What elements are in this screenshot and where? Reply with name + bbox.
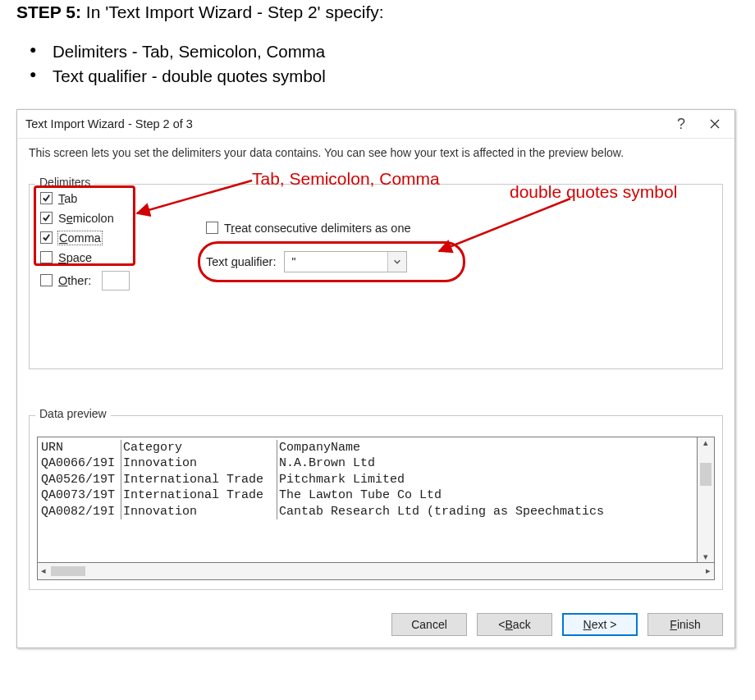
checkbox-semicolon[interactable]: Semicolon: [40, 212, 130, 225]
cancel-button[interactable]: Cancel: [391, 613, 467, 636]
bullet-1: Delimiters - Tab, Semicolon, Comma: [30, 42, 739, 62]
scroll-left-icon: ◂: [41, 565, 46, 576]
step-line: STEP 5: In 'Text Import Wizard - Step 2'…: [16, 2, 739, 22]
text-import-wizard-dialog: Text Import Wizard - Step 2 of 3 ? This …: [16, 109, 735, 648]
delimiters-legend: Delimiters: [35, 176, 94, 189]
checkbox-other[interactable]: Other:: [40, 271, 130, 291]
preview-vertical-scrollbar[interactable]: ▴ ▾: [698, 437, 715, 563]
close-icon: [710, 119, 720, 129]
finish-button[interactable]: Finish: [647, 613, 723, 636]
svg-line-1: [439, 199, 570, 251]
text-qualifier-value: ": [291, 255, 295, 268]
other-delimiter-input[interactable]: [102, 271, 130, 291]
bullet-2: Text qualifier - double quotes symbol: [30, 66, 739, 86]
dialog-title: Text Import Wizard - Step 2 of 3: [25, 117, 193, 130]
checkbox-comma[interactable]: Comma: [40, 231, 130, 245]
checkbox-tab-label: ab: [64, 192, 77, 205]
delimiters-group: Delimiters Tab, Semicolon, Comma double …: [29, 176, 723, 369]
check-icon: [42, 213, 51, 222]
data-preview-legend: Data preview: [35, 407, 111, 420]
step-label: STEP 5:: [16, 2, 81, 21]
preview-horizontal-scrollbar[interactable]: ◂ ▸: [37, 563, 715, 580]
button-row: Cancel < Back Next > Finish: [17, 602, 734, 647]
checkbox-comma-label: omma: [67, 231, 100, 245]
step-text: In 'Text Import Wizard - Step 2' specify…: [86, 2, 384, 21]
data-preview: URNCategoryCompanyNameQA0066/19IInnovati…: [37, 437, 698, 563]
titlebar: Text Import Wizard - Step 2 of 3 ?: [17, 110, 734, 139]
checkbox-semicolon-label: micolon: [73, 212, 114, 225]
chevron-down-icon: [387, 252, 406, 272]
text-qualifier-label: Text qualifier:: [206, 255, 276, 268]
scroll-right-icon: ▸: [706, 565, 711, 576]
checkbox-space[interactable]: Space: [40, 251, 130, 264]
checkbox-consecutive[interactable]: Treat consecutive delimiters as one: [206, 222, 411, 235]
scroll-down-icon: ▾: [703, 551, 708, 562]
next-button[interactable]: Next >: [562, 613, 638, 636]
instruction-text: This screen lets you set the delimiters …: [29, 145, 723, 161]
checkbox-space-label: pace: [66, 251, 92, 264]
annotation-arrow-2: [431, 195, 579, 261]
checkbox-tab[interactable]: Tab: [40, 192, 130, 205]
svg-line-0: [137, 181, 252, 213]
data-preview-group: Data preview URNCategoryCompanyNameQA006…: [29, 407, 723, 590]
annotation-qualifier-label: double quotes symbol: [510, 182, 677, 202]
text-qualifier-select[interactable]: ": [284, 251, 407, 272]
help-button[interactable]: ?: [672, 117, 690, 131]
check-icon: [42, 194, 51, 203]
annotation-delim-label: Tab, Semicolon, Comma: [252, 169, 440, 189]
scroll-up-icon: ▴: [703, 437, 708, 448]
annotation-arrow-1: [129, 172, 252, 222]
close-button[interactable]: [700, 114, 730, 134]
check-icon: [42, 233, 51, 242]
checkbox-consecutive-label: eat consecutive delimiters as one: [235, 222, 410, 235]
checkbox-other-label: ther:: [67, 274, 91, 287]
back-button[interactable]: < Back: [477, 613, 552, 636]
